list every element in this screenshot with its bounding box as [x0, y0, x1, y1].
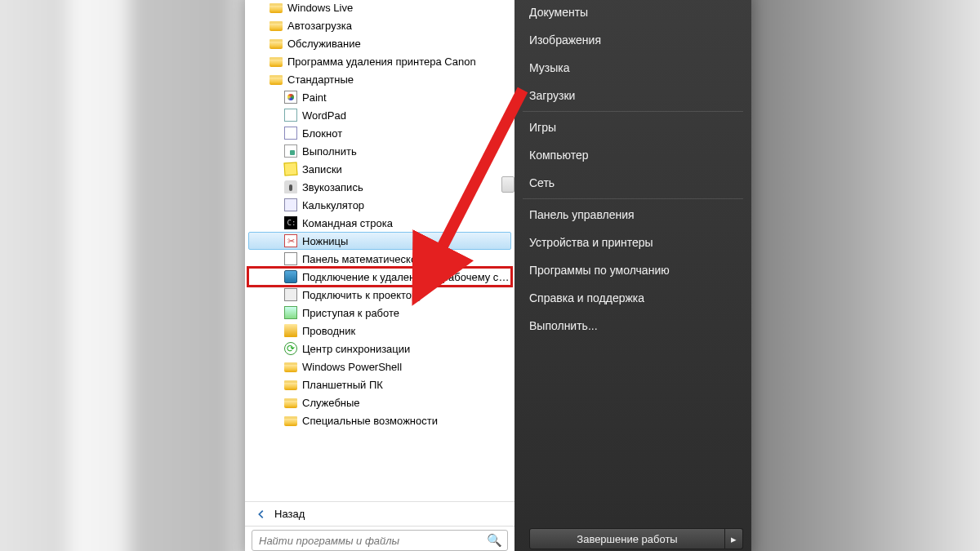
program-item[interactable]: Калькулятор [248, 196, 511, 214]
program-item[interactable]: Paint [248, 88, 511, 106]
right-pane-item-label: Панель управления [529, 208, 635, 221]
right-pane-item[interactable]: Справка и поддержка [514, 284, 751, 312]
back-arrow-icon [255, 508, 268, 521]
folder-icon [270, 57, 283, 67]
explorer-icon [284, 324, 297, 337]
program-item[interactable]: Панель математического ввода [248, 250, 511, 268]
right-pane-item-label: Справка и поддержка [529, 291, 644, 304]
program-item-label: Панель математического ввода [302, 253, 458, 265]
program-item[interactable]: Записки [248, 160, 511, 178]
program-folder[interactable]: Windows PowerShell [248, 358, 511, 375]
proj-icon [284, 288, 297, 301]
start-icon [284, 306, 297, 319]
program-item-label: Выполнить [302, 145, 357, 158]
program-folder[interactable]: Планшетный ПК [248, 375, 511, 393]
cmd-icon: C: [284, 216, 297, 229]
search-box[interactable]: 🔍 [252, 530, 508, 551]
right-pane-item[interactable]: Документы [514, 0, 751, 26]
right-pane-item[interactable]: Устройства и принтеры [514, 229, 751, 256]
folder-icon [284, 362, 297, 372]
back-button[interactable]: Назад [245, 501, 514, 526]
wordpad-icon [284, 109, 297, 122]
program-item-label: Блокнот [302, 127, 342, 140]
math-icon [284, 252, 297, 265]
right-pane-item-label: Компьютер [529, 149, 588, 162]
program-item[interactable]: Ножницы [248, 232, 511, 250]
right-pane-item[interactable]: Музыка [514, 54, 751, 82]
program-item-label: Подключение к удаленному рабочему стол [302, 271, 511, 283]
program-folder[interactable]: Программа удаления принтера Canon [248, 52, 511, 70]
program-item-label: WordPad [302, 109, 346, 122]
shutdown-options-button[interactable]: ▸ [725, 528, 743, 549]
separator [523, 111, 743, 112]
folder-icon [284, 380, 297, 390]
program-item-label: Проводник [302, 325, 355, 337]
shutdown-split-button: Завершение работы ▸ [529, 528, 743, 549]
folder-icon [270, 21, 283, 31]
spacer [514, 340, 751, 523]
program-item-label: Калькулятор [302, 199, 364, 211]
note-icon [284, 127, 297, 140]
program-item[interactable]: Подключение к удаленному рабочему стол [248, 268, 511, 286]
program-item[interactable]: Центр синхронизации [248, 340, 511, 358]
calc-icon [284, 198, 297, 211]
snip-icon [284, 234, 297, 247]
program-item[interactable]: C:Командная строка [248, 214, 511, 232]
program-item[interactable]: Звукозапись [248, 178, 511, 196]
program-folder[interactable]: Обслуживание [248, 34, 511, 52]
program-folder[interactable]: Специальные возможности [248, 411, 511, 429]
right-pane-item-label: Сеть [529, 176, 555, 189]
program-item-label: Звукозапись [302, 181, 363, 193]
start-menu-left-pane: Windows LiveАвтозагрузкаОбслуживаниеПрог… [245, 0, 514, 551]
right-pane-item-label: Изображения [529, 33, 601, 47]
right-pane-item[interactable]: Панель управления [514, 201, 751, 229]
right-pane-item[interactable]: Программы по умолчанию [514, 256, 751, 284]
right-pane-item-label: Музыка [529, 61, 570, 74]
folder-icon [284, 398, 297, 408]
folder-icon [270, 75, 283, 85]
program-item-label: Обслуживание [287, 38, 361, 50]
program-item[interactable]: Подключить к проектору [248, 286, 511, 304]
program-folder[interactable]: Автозагрузка [248, 16, 511, 34]
program-item-label: Подключить к проектору [302, 289, 423, 301]
back-label: Назад [274, 508, 305, 520]
right-pane-item[interactable]: Сеть [514, 169, 751, 197]
shutdown-label: Завершение работы [577, 533, 677, 545]
right-pane-item-label: Выполнить... [529, 319, 598, 332]
right-pane-item-label: Документы [529, 6, 588, 19]
right-pane-item[interactable]: Выполнить... [514, 312, 751, 340]
folder-icon [270, 3, 283, 13]
search-input[interactable] [257, 534, 487, 548]
right-pane-item-label: Устройства и принтеры [529, 236, 653, 249]
separator [523, 198, 743, 199]
program-item-label: Записки [302, 163, 342, 176]
program-item[interactable]: WordPad [248, 106, 511, 124]
right-pane-item[interactable]: Игры [514, 113, 751, 141]
run-icon [284, 144, 297, 158]
program-item-label: Служебные [302, 397, 360, 409]
program-item[interactable]: Блокнот [248, 124, 511, 142]
right-pane-item[interactable]: Изображения [514, 26, 751, 54]
folder-icon [284, 416, 297, 426]
right-pane-item[interactable]: Загрузки [514, 82, 751, 109]
program-item[interactable]: Проводник [248, 322, 511, 340]
mic-icon [284, 180, 297, 193]
program-item-label: Планшетный ПК [302, 379, 383, 391]
program-item-label: Приступая к работе [302, 307, 399, 319]
program-item[interactable]: Приступая к работе [248, 304, 511, 322]
folder-icon [270, 39, 283, 49]
program-item[interactable]: Выполнить [248, 142, 511, 160]
search-icon: 🔍 [487, 533, 502, 548]
start-menu-right-pane: ДокументыИзображенияМузыкаЗагрузки ИгрыК… [514, 0, 751, 551]
program-folder[interactable]: Служебные [248, 393, 511, 411]
chevron-right-icon: ▸ [731, 533, 737, 545]
shutdown-button[interactable]: Завершение работы [529, 528, 725, 549]
program-item-label: Стандартные [287, 73, 354, 86]
right-pane-item[interactable]: Компьютер [514, 141, 751, 169]
program-folder[interactable]: Стандартные [248, 70, 511, 88]
paint-icon [284, 91, 297, 104]
scrollbar-thumb[interactable] [501, 176, 514, 193]
program-item-label: Автозагрузка [287, 20, 352, 32]
program-folder[interactable]: Windows Live [248, 0, 511, 16]
sticky-icon [283, 162, 297, 176]
